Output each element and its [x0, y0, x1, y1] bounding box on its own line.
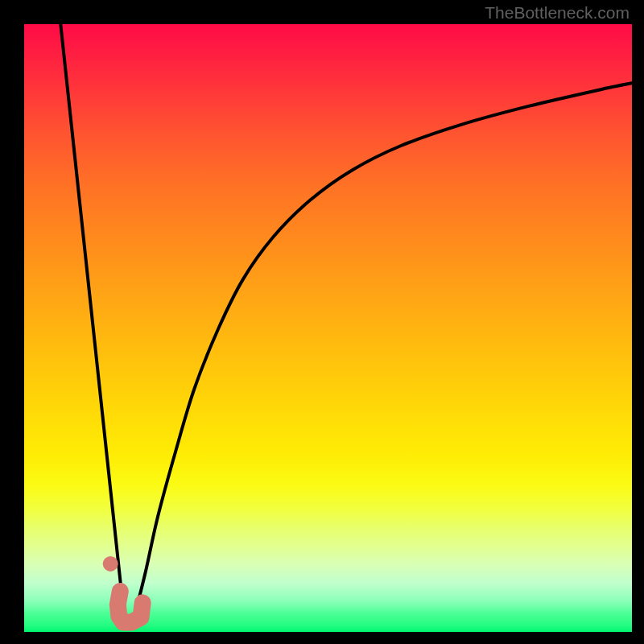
watermark-text: TheBottleneck.com	[485, 3, 630, 23]
curve-left-branch	[60, 24, 124, 620]
curve-right-branch	[134, 83, 632, 620]
chart-svg	[24, 24, 632, 632]
selected-marker-hook	[118, 591, 142, 622]
selected-marker-dot	[103, 556, 118, 572]
chart-plot-area	[24, 24, 632, 632]
